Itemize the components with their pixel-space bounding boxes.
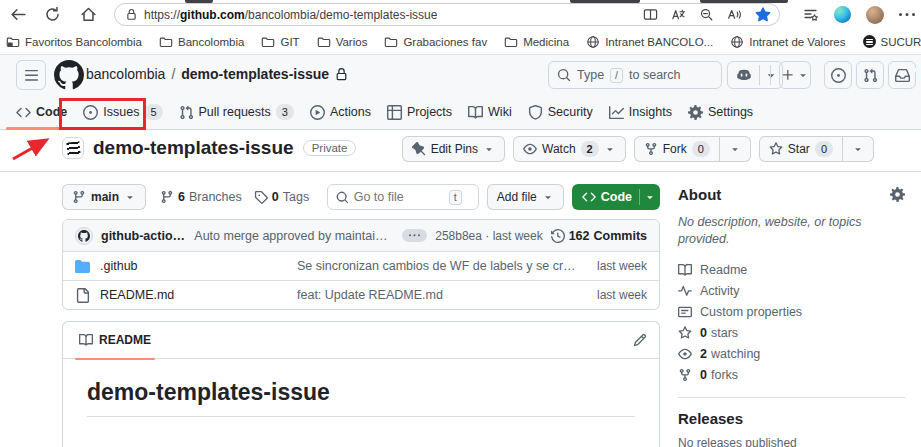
breadcrumb-repo[interactable]: demo-templates-issue: [181, 66, 329, 82]
favorite-star-icon[interactable]: [755, 7, 771, 23]
split-screen-icon[interactable]: [643, 7, 658, 22]
gear-icon[interactable]: [890, 187, 905, 202]
commit-message[interactable]: Auto merge approved by maintainer: adtap…: [194, 229, 394, 243]
page-title: demo-templates-issue: [93, 137, 294, 159]
divider: [639, 189, 640, 205]
file-navigation: main 6Branches 0Tags t Add file: [62, 183, 660, 211]
go-to-file-input[interactable]: t: [327, 184, 479, 210]
create-new-button[interactable]: [779, 61, 811, 89]
file-commit-message[interactable]: Se sincronizan cambios de WF de labels y…: [297, 259, 577, 273]
commit-meta[interactable]: 258b8ea · last week: [435, 229, 542, 243]
chevron-down-icon: [852, 143, 864, 155]
releases-title: Releases: [678, 410, 905, 427]
home-icon[interactable]: [80, 6, 97, 23]
hamburger-icon: [24, 68, 39, 83]
tab-security[interactable]: Security: [520, 95, 601, 130]
tab-wiki[interactable]: Wiki: [460, 95, 520, 130]
back-icon[interactable]: [10, 6, 27, 23]
browser-profile-avatar[interactable]: [866, 6, 884, 24]
sidebar-item-stars[interactable]: 0 stars: [678, 323, 905, 343]
bookmark-medicina[interactable]: Medicina: [504, 35, 569, 49]
tab-settings[interactable]: Settings: [680, 95, 761, 130]
breadcrumb: bancolombia / demo-templates-issue: [86, 66, 348, 82]
file-table: github-actions[bot] Auto merge approved …: [62, 219, 660, 310]
code-button[interactable]: Code: [572, 184, 660, 210]
bookmark-intranet-bancolombia[interactable]: Intranet BANCOLO...: [586, 35, 713, 49]
branch-selector[interactable]: main: [62, 184, 146, 210]
sidebar-item-forks[interactable]: 0 forks: [678, 365, 905, 385]
star-button: Star 0: [759, 136, 874, 162]
book-icon: [468, 105, 483, 120]
bookmark-intranet-de-valores[interactable]: Intranet de Valores: [730, 35, 845, 49]
sidebar-item-custom-properties[interactable]: Custom properties: [678, 302, 905, 322]
zoom-out-icon[interactable]: [699, 7, 714, 22]
chevron-down-icon: [729, 143, 741, 155]
copilot-icon[interactable]: [728, 62, 759, 88]
book-icon: [678, 263, 692, 277]
copilot-button[interactable]: [727, 61, 783, 89]
star-dropdown[interactable]: [843, 137, 873, 161]
bookmark-bancolombia[interactable]: Bancolombia: [159, 35, 244, 49]
file-name[interactable]: .github: [100, 259, 138, 273]
go-to-file-field[interactable]: [354, 190, 444, 204]
breadcrumb-org[interactable]: bancolombia: [86, 66, 165, 82]
chevron-down-icon: [542, 191, 554, 203]
edit-pencil-icon[interactable]: [633, 333, 647, 347]
sidebar-item-readme[interactable]: Readme: [678, 260, 905, 280]
edit-pins-button[interactable]: Edit Pins: [402, 136, 505, 162]
star-action[interactable]: Star 0: [760, 137, 842, 161]
translate-icon[interactable]: [671, 7, 686, 22]
watch-button[interactable]: Watch 2: [513, 136, 626, 162]
folder-icon: [384, 35, 398, 49]
tab-pull-requests[interactable]: Pull requests 3: [171, 95, 302, 130]
browser-menu-icon[interactable]: [899, 7, 915, 23]
search-placeholder-prefix: Type: [577, 68, 604, 82]
your-issues-button[interactable]: [824, 61, 852, 89]
commit-ellipsis-button[interactable]: [402, 229, 427, 242]
commit-author[interactable]: github-actions[bot]: [101, 229, 186, 243]
inbox-button[interactable]: [888, 61, 916, 89]
tab-projects[interactable]: Projects: [379, 95, 460, 130]
bookmark-sucursal-virtual[interactable]: SUCURSAL VIRTUAL: [863, 35, 921, 48]
sidebar-item-watching[interactable]: 2 watching: [678, 344, 905, 364]
refresh-icon[interactable]: [44, 6, 61, 23]
site-lock-icon[interactable]: [125, 8, 138, 21]
file-row-readme[interactable]: README.md feat: Update README.md last we…: [63, 280, 659, 309]
tab-readme[interactable]: README: [75, 322, 155, 359]
file-row-github[interactable]: .github Se sincronizan cambios de WF de …: [63, 251, 659, 280]
file-commit-message[interactable]: feat: Update README.md: [297, 288, 577, 302]
collections-icon[interactable]: [803, 7, 819, 23]
bookmark-grabaciones-fav[interactable]: Grabaciones fav: [384, 35, 487, 49]
file-name[interactable]: README.md: [100, 288, 174, 302]
commit-author-avatar[interactable]: [75, 227, 93, 245]
fork-dropdown[interactable]: [720, 137, 750, 161]
fork-icon: [644, 142, 658, 156]
bookmark-favoritos-bancolombia[interactable]: Favoritos Bancolombia: [6, 35, 142, 49]
fork-action[interactable]: Fork 0: [635, 137, 719, 161]
your-pull-requests-button[interactable]: [856, 61, 884, 89]
readme-heading: demo-templates-issue: [87, 379, 635, 417]
edge-browser-icon[interactable]: [834, 6, 851, 23]
org-avatar[interactable]: [62, 137, 84, 159]
bookmark-git[interactable]: GIT: [261, 35, 299, 49]
read-aloud-icon[interactable]: [727, 7, 742, 22]
divider: [0, 171, 921, 172]
bookmark-varios[interactable]: Varios: [317, 35, 368, 49]
releases-empty-text: No releases published: [678, 436, 905, 447]
header-divider: [770, 65, 771, 85]
commits-history-link[interactable]: 162 Commits: [551, 229, 647, 243]
hamburger-menu-button[interactable]: [16, 60, 46, 90]
chevron-down-icon[interactable]: [644, 191, 656, 203]
address-bar[interactable]: https://github.com/bancolombia/demo-temp…: [114, 3, 780, 26]
tab-actions[interactable]: Actions: [302, 95, 379, 130]
sidebar-item-activity[interactable]: Activity: [678, 281, 905, 301]
plus-icon[interactable]: [780, 62, 810, 88]
tab-insights[interactable]: Insights: [601, 95, 680, 130]
github-logo-icon[interactable]: [54, 60, 84, 90]
readme-body: demo-templates-issue: [63, 359, 659, 417]
add-file-button[interactable]: Add file: [487, 184, 564, 210]
tags-link[interactable]: 0Tags: [254, 190, 309, 204]
chevron-down-icon: [764, 68, 778, 82]
github-search-box[interactable]: Type / to search: [548, 61, 722, 89]
branches-link[interactable]: 6Branches: [160, 190, 242, 204]
